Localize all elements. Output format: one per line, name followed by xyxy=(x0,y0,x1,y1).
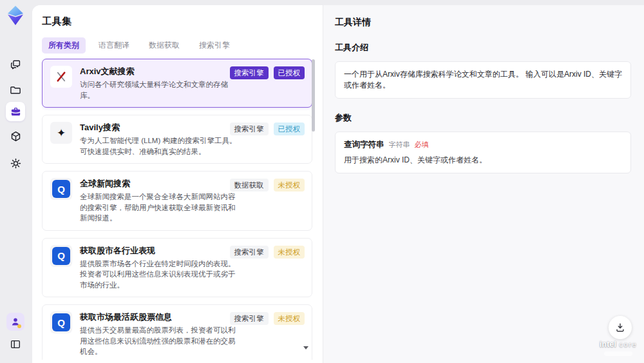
intro-text: 一个用于从Arxiv存储库搜索科学论文和文章的工具。 输入可以是Arxiv ID… xyxy=(344,69,622,91)
tool-category-badge: 搜索引擎 xyxy=(230,123,269,135)
param-required-flag: 必填 xyxy=(415,140,429,150)
scroll-down-arrow-icon[interactable] xyxy=(303,346,308,349)
intel-wordmark: intel xyxy=(600,340,616,349)
params-heading: 参数 xyxy=(335,112,631,124)
app-logo[interactable] xyxy=(6,5,25,29)
left-rail xyxy=(0,0,32,363)
tool-description: 提供当天交易量最高的股票列表，投资者可以利用这些信息来识别流动性强的股票和潜在的… xyxy=(80,325,242,357)
sidebar-item-chat[interactable] xyxy=(6,54,25,74)
tool-tags: 搜索引擎 未授权 xyxy=(230,312,305,325)
param-description: 用于搜索的Arxiv ID、关键字或作者姓名。 xyxy=(344,155,622,166)
tool-icon: Q xyxy=(50,311,72,333)
tool-status-badge: 已授权 xyxy=(274,123,305,135)
sidebar-item-settings[interactable] xyxy=(6,153,25,173)
news-app-logo-icon: Q xyxy=(52,180,70,198)
tool-category-badge: 搜索引擎 xyxy=(230,66,269,79)
sidebar-item-models[interactable] xyxy=(6,126,25,146)
tool-list-item[interactable]: Q 获取股市各行业表现 提供股票市场各个行业在特定时间段内的表现。投资者可以利用… xyxy=(42,238,312,298)
page-title: 工具集 xyxy=(42,15,312,28)
core-wordmark: core xyxy=(620,340,637,348)
tool-status-badge: 未授权 xyxy=(274,246,305,259)
tool-icon: Q xyxy=(50,178,72,200)
news-app-logo-icon: Q xyxy=(52,247,70,265)
tool-title: Arxiv文献搜索 xyxy=(80,66,242,77)
arxiv-logo-icon xyxy=(54,70,68,84)
list-scrollbar-thumb[interactable] xyxy=(312,59,315,132)
param-type: 字符串 xyxy=(389,140,410,150)
sidebar-item-panel-toggle[interactable] xyxy=(6,335,25,354)
category-tab[interactable]: 数据获取 xyxy=(142,37,186,54)
detail-title: 工具详情 xyxy=(335,17,631,28)
tool-title: 获取股市各行业表现 xyxy=(80,245,242,257)
tool-description: 提供股票市场各个行业在特定时间段内的表现。投资者可以利用这些信息来识别表现优于或… xyxy=(80,259,242,291)
tool-tags: 搜索引擎 已授权 xyxy=(230,66,305,79)
param-box: 查询字符串 字符串 必填 用于搜索的Arxiv ID、关键字或作者姓名。 xyxy=(335,132,631,173)
tool-status-badge: 未授权 xyxy=(274,312,305,325)
tool-icon xyxy=(50,66,72,88)
user-status-dot xyxy=(17,324,21,328)
tool-icon: Q xyxy=(50,245,72,267)
tool-category-badge: 搜索引擎 xyxy=(230,246,269,259)
tool-list-item[interactable]: Arxiv文献搜索 访问各个研究领域大量科学论文和文章的存储库。 搜索引擎 已授… xyxy=(42,59,312,108)
tool-detail-pane: 工具详情 工具介绍 一个用于从Arxiv存储库搜索科学论文和文章的工具。 输入可… xyxy=(323,5,644,363)
tool-tags: 搜索引擎 已授权 xyxy=(230,123,305,135)
panel-icon xyxy=(10,338,21,350)
intel-core-sub-badge xyxy=(604,351,632,356)
tool-status-badge: 已授权 xyxy=(274,66,305,79)
tool-list-item[interactable]: Q 获取市场最活跃股票信息 提供当天交易量最高的股票列表，投资者可以利用这些信息… xyxy=(42,304,312,360)
tool-list-item[interactable]: ✦ Tavily搜索 专为人工智能代理 (LLM) 构建的搜索引擎工具。可快速提… xyxy=(42,115,312,164)
sidebar-item-files[interactable] xyxy=(6,80,25,99)
tool-category-badge: 搜索引擎 xyxy=(230,312,269,325)
tool-category-badge: 数据获取 xyxy=(230,179,269,191)
tool-list-item[interactable]: Q 全球新闻搜索 全球新闻搜索是一个聚合全球各大新闻网站内容的搜索引擎，帮助用户… xyxy=(42,171,312,231)
param-name: 查询字符串 xyxy=(344,139,384,150)
tool-description: 全球新闻搜索是一个聚合全球各大新闻网站内容的搜索引擎，帮助用户快速获取全球最新资… xyxy=(80,191,242,224)
cube-icon xyxy=(10,130,22,142)
gem-logo-icon xyxy=(6,5,25,26)
tool-title: 全球新闻搜索 xyxy=(80,178,242,190)
tavily-logo-icon: ✦ xyxy=(57,128,66,139)
tool-title: 获取市场最活跃股票信息 xyxy=(80,311,242,323)
intel-core-logo: intel core xyxy=(591,338,644,356)
folder-icon xyxy=(10,84,22,96)
category-tab[interactable]: 所有类别 xyxy=(42,37,86,54)
intro-heading: 工具介绍 xyxy=(335,42,631,54)
tool-description: 专为人工智能代理 (LLM) 构建的搜索引擎工具。可快速提供实时、准确和真实的结… xyxy=(80,135,242,157)
sidebar-item-tools[interactable] xyxy=(6,102,25,121)
download-button[interactable] xyxy=(609,316,632,339)
gear-icon xyxy=(10,157,22,170)
sidebar-item-user[interactable] xyxy=(6,313,24,331)
tool-title: Tavily搜索 xyxy=(80,122,242,133)
tool-list: Arxiv文献搜索 访问各个研究领域大量科学论文和文章的存储库。 搜索引擎 已授… xyxy=(42,59,312,360)
tool-status-badge: 未授权 xyxy=(274,179,305,191)
category-tabs: 所有类别语言翻译数据获取搜索引擎 xyxy=(42,37,312,54)
tool-description: 访问各个研究领域大量科学论文和文章的存储库。 xyxy=(80,79,242,101)
chat-icon xyxy=(10,58,22,70)
download-icon xyxy=(614,322,626,333)
briefcase-icon xyxy=(10,106,22,118)
news-app-logo-icon: Q xyxy=(52,313,70,331)
category-tab[interactable]: 搜索引擎 xyxy=(193,37,236,54)
intro-box: 一个用于从Arxiv存储库搜索科学论文和文章的工具。 输入可以是Arxiv ID… xyxy=(335,61,631,99)
category-tab[interactable]: 语言翻译 xyxy=(92,37,136,54)
tool-tags: 数据获取 未授权 xyxy=(230,179,305,191)
tool-icon: ✦ xyxy=(50,122,72,144)
tool-tags: 搜索引擎 未授权 xyxy=(230,246,305,259)
tools-list-pane: 工具集 所有类别语言翻译数据获取搜索引擎 Arxiv文献搜索 访问各个研究领域大… xyxy=(32,5,323,363)
main-content: 工具集 所有类别语言翻译数据获取搜索引擎 Arxiv文献搜索 访问各个研究领域大… xyxy=(32,5,644,363)
